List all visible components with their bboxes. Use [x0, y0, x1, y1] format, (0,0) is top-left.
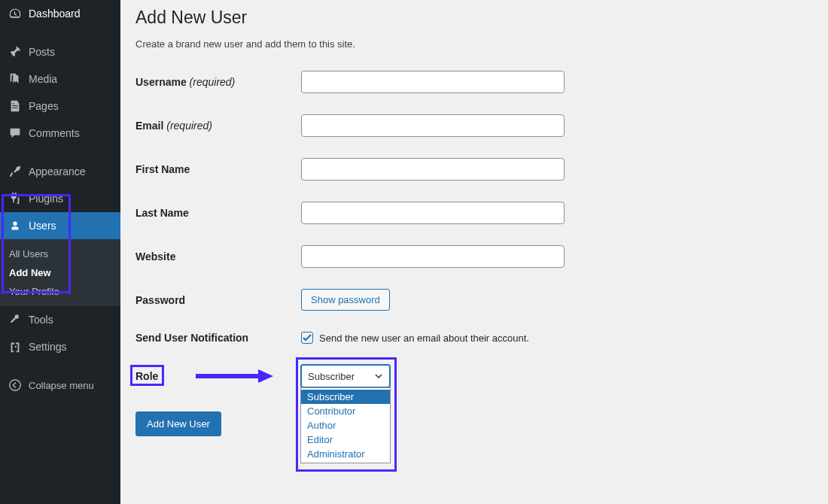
check-icon: [303, 333, 312, 342]
users-submenu: All Users Add New Your Profile: [0, 239, 120, 306]
page-title: Add New User: [135, 8, 813, 28]
menu-item-posts[interactable]: Posts: [0, 38, 120, 65]
plugins-icon: [8, 191, 23, 206]
page-subtitle: Create a brand new user and add them to …: [135, 38, 813, 50]
content-area: Add New User Create a brand new user and…: [120, 0, 828, 504]
menu-label: Users: [29, 220, 56, 232]
role-label: Role: [135, 370, 158, 382]
menu-label: Posts: [29, 46, 55, 58]
email-label: Email (required): [135, 120, 301, 132]
menu-label: Appearance: [29, 165, 86, 178]
add-new-user-button[interactable]: Add New User: [135, 411, 221, 436]
firstname-input[interactable]: [301, 158, 565, 181]
role-dropdown: Subscriber Contributor Author Editor Adm…: [300, 387, 391, 463]
menu-label: Pages: [29, 100, 59, 112]
appearance-icon: [8, 164, 23, 179]
email-input[interactable]: [301, 114, 565, 137]
menu-item-media[interactable]: Media: [0, 65, 120, 93]
users-icon: [8, 218, 23, 233]
password-label: Password: [135, 294, 301, 306]
role-option-administrator[interactable]: Administrator: [301, 447, 390, 461]
notification-checkbox[interactable]: [301, 332, 313, 344]
collapse-label: Collapse menu: [29, 380, 94, 391]
firstname-label: First Name: [135, 163, 301, 175]
collapse-menu[interactable]: Collapse menu: [0, 372, 120, 399]
menu-label: Plugins: [29, 193, 63, 205]
notification-label: Send User Notification: [135, 332, 301, 344]
admin-sidebar: Dashboard Posts Media Pages Comments: [0, 0, 120, 504]
menu-label: Tools: [29, 314, 53, 326]
menu-label: Comments: [29, 127, 80, 139]
role-option-subscriber[interactable]: Subscriber: [301, 390, 390, 404]
website-label: Website: [135, 250, 301, 263]
role-option-contributor[interactable]: Contributor: [301, 404, 390, 418]
submenu-all-users[interactable]: All Users: [0, 244, 120, 263]
collapse-icon: [8, 378, 23, 393]
role-option-editor[interactable]: Editor: [301, 433, 390, 447]
menu-label: Media: [29, 73, 57, 85]
menu-item-plugins[interactable]: Plugins: [0, 185, 120, 212]
tools-icon: [8, 312, 23, 327]
dashboard-icon: [8, 6, 23, 21]
menu-item-comments[interactable]: Comments: [0, 120, 120, 147]
lastname-input[interactable]: [301, 202, 565, 224]
notification-text: Send the new user an email about their a…: [319, 332, 529, 344]
menu-item-appearance[interactable]: Appearance: [0, 158, 120, 185]
media-icon: [8, 71, 23, 87]
role-select[interactable]: Subscriber: [301, 365, 390, 387]
submenu-your-profile[interactable]: Your Profile: [0, 282, 120, 301]
role-selected-value: Subscriber: [308, 371, 355, 382]
show-password-button[interactable]: Show password: [301, 289, 390, 311]
username-input[interactable]: [301, 71, 565, 93]
menu-item-settings[interactable]: Settings: [0, 333, 120, 360]
role-label-wrap: Role: [135, 370, 301, 382]
svg-point-0: [10, 380, 20, 390]
menu-item-users[interactable]: Users: [0, 212, 120, 239]
menu-item-pages[interactable]: Pages: [0, 93, 120, 120]
website-input[interactable]: [301, 245, 565, 268]
chevron-down-icon: [374, 372, 383, 381]
lastname-label: Last Name: [135, 207, 301, 219]
settings-icon: [8, 339, 23, 354]
menu-label: Dashboard: [29, 8, 81, 20]
submenu-add-new[interactable]: Add New: [0, 263, 120, 282]
username-label: Username (required): [135, 76, 301, 88]
comments-icon: [8, 126, 23, 141]
menu-item-tools[interactable]: Tools: [0, 306, 120, 333]
role-option-author[interactable]: Author: [301, 418, 390, 433]
pages-icon: [8, 99, 23, 114]
menu-label: Settings: [29, 341, 67, 353]
pin-icon: [8, 44, 23, 59]
menu-item-dashboard[interactable]: Dashboard: [0, 0, 120, 27]
svg-marker-2: [258, 369, 273, 383]
annotation-arrow: [194, 368, 277, 384]
